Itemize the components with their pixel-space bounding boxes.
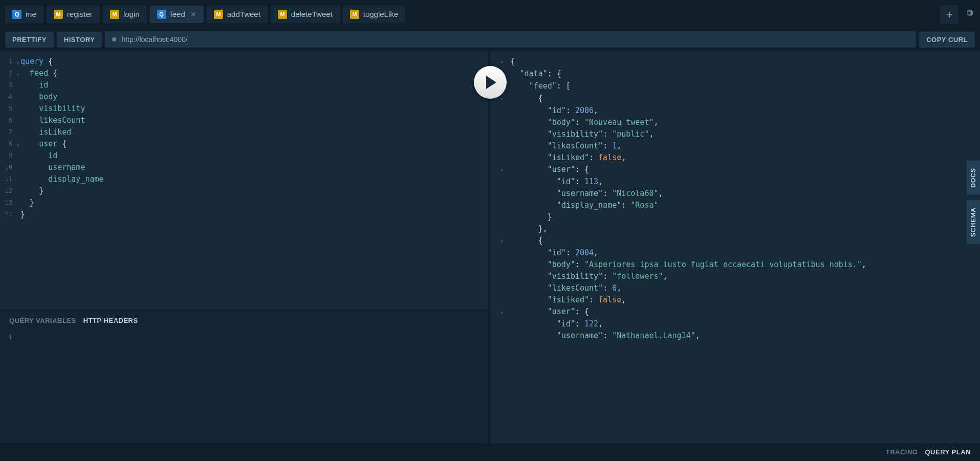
response-content: "user": { <box>508 164 981 176</box>
tab-register[interactable]: Mregister <box>47 6 100 23</box>
line-number: 3 <box>0 79 15 91</box>
settings-icon[interactable] <box>964 7 975 21</box>
fold-icon[interactable]: ▾ <box>16 139 19 151</box>
response-viewer[interactable]: ▾{▾ "data": {▾ "feed": [▾ { "id": 2006, … <box>490 51 981 443</box>
gutter <box>490 271 508 282</box>
line-number: 4 <box>0 91 15 103</box>
tab-label: me <box>26 10 36 18</box>
gutter <box>490 152 508 164</box>
line-number: 10 <box>0 162 15 173</box>
execute-button[interactable] <box>474 66 507 99</box>
tab-toggleLike[interactable]: MtoggleLike <box>343 6 405 23</box>
line-number: 13 <box>0 197 15 209</box>
query-variables-tab[interactable]: QUERY VARIABLES <box>9 317 76 324</box>
toolbar: PRETTIFY HISTORY http://localhost:4000/ … <box>0 28 980 51</box>
fold-icon[interactable]: ▾ <box>490 238 504 244</box>
response-content: { <box>508 235 981 247</box>
footer: TRACING QUERY PLAN <box>0 443 980 461</box>
query-badge-icon: Q <box>157 10 166 19</box>
mutation-badge-icon: M <box>278 10 287 19</box>
line-number: 1 <box>0 334 15 341</box>
gutter <box>490 318 508 330</box>
response-content: "id": 2004, <box>508 247 981 259</box>
tab-label: register <box>67 10 93 18</box>
gutter <box>490 247 508 259</box>
query-badge-icon: Q <box>12 10 21 19</box>
response-content: "id": 113, <box>508 176 981 188</box>
response-content: "visibility": "followers", <box>508 271 981 282</box>
status-dot-icon <box>112 37 116 41</box>
line-number: 2▾ <box>0 68 15 79</box>
response-content: "isLiked": false, <box>508 294 981 306</box>
fold-icon[interactable]: ▾ <box>490 310 504 315</box>
tabs-bar: QmeMregisterMloginQfeed✕MaddTweetMdelete… <box>0 0 980 28</box>
gutter <box>490 223 508 235</box>
gutter <box>490 176 508 188</box>
history-button[interactable]: HISTORY <box>57 32 102 48</box>
response-content: "body": "Asperiores ipsa iusto fugiat oc… <box>508 259 981 271</box>
line-number: 6 <box>0 115 15 126</box>
response-content: { <box>508 93 981 105</box>
gutter <box>490 294 508 306</box>
play-icon <box>486 76 496 89</box>
add-tab-button[interactable]: + <box>940 5 959 24</box>
code-content: id <box>15 150 57 162</box>
copy-curl-button[interactable]: COPY CURL <box>919 32 975 48</box>
line-number: 14 <box>0 209 15 221</box>
http-headers-tab[interactable]: HTTP HEADERS <box>83 317 138 324</box>
variables-section: QUERY VARIABLES HTTP HEADERS 1 <box>0 310 488 443</box>
response-content: "id": 122, <box>508 318 981 330</box>
response-content: "body": "Nouveau tweet", <box>508 117 981 128</box>
code-content: body <box>15 91 57 103</box>
code-content: } <box>15 197 34 209</box>
gutter <box>490 211 508 223</box>
gutter <box>490 259 508 271</box>
tab-addTweet[interactable]: MaddTweet <box>207 6 268 23</box>
tab-label: login <box>123 10 140 18</box>
code-content: } <box>15 185 43 197</box>
endpoint-url-input[interactable]: http://localhost:4000/ <box>105 31 916 48</box>
tab-label: toggleLike <box>363 10 398 18</box>
fold-icon[interactable]: ▾ <box>16 57 19 69</box>
gutter <box>490 128 508 140</box>
docs-tab[interactable]: DOCS <box>967 161 980 195</box>
response-content: "user": { <box>508 306 981 318</box>
endpoint-url-text: http://localhost:4000/ <box>121 35 187 43</box>
response-content: "username": "Nathanael.Lang14", <box>508 330 981 342</box>
response-content: } <box>508 211 981 223</box>
fold-icon[interactable]: ▾ <box>16 69 19 80</box>
fold-icon[interactable]: ▾ <box>490 59 504 65</box>
tab-label: addTweet <box>227 10 260 18</box>
tab-label: feed <box>170 10 185 18</box>
line-number: 9 <box>0 150 15 162</box>
query-editor[interactable]: 1▾query {2▾ feed {3 id4 body5 visibility… <box>0 51 488 310</box>
close-icon[interactable]: ✕ <box>190 10 197 18</box>
tab-login[interactable]: Mlogin <box>103 6 147 23</box>
prettify-button[interactable]: PRETTIFY <box>5 32 54 48</box>
schema-tab[interactable]: SCHEMA <box>967 200 980 244</box>
code-content: } <box>15 209 25 221</box>
fold-icon[interactable]: ▾ <box>490 167 504 173</box>
line-number: 7 <box>0 126 15 138</box>
line-number: 8▾ <box>0 138 15 150</box>
tab-deleteTweet[interactable]: MdeleteTweet <box>271 6 340 23</box>
response-content: "username": "Nicola60", <box>508 188 981 200</box>
line-number: 11 <box>0 173 15 185</box>
query-plan-tab[interactable]: QUERY PLAN <box>925 448 971 456</box>
gutter <box>490 188 508 200</box>
code-content: id <box>15 79 48 91</box>
variables-editor[interactable]: 1 <box>0 331 488 443</box>
gutter <box>490 105 508 117</box>
code-content: user { <box>15 138 67 150</box>
response-content: "likesCount": 0, <box>508 282 981 294</box>
gutter <box>490 330 508 342</box>
response-content: }, <box>508 223 981 235</box>
code-content: username <box>15 162 85 173</box>
tab-me[interactable]: Qme <box>5 6 43 23</box>
response-content: "isLiked": false, <box>508 152 981 164</box>
mutation-badge-icon: M <box>214 10 223 19</box>
response-content: { <box>508 56 981 68</box>
tab-feed[interactable]: Qfeed✕ <box>150 6 204 23</box>
gutter <box>490 282 508 294</box>
tracing-tab[interactable]: TRACING <box>886 448 918 456</box>
